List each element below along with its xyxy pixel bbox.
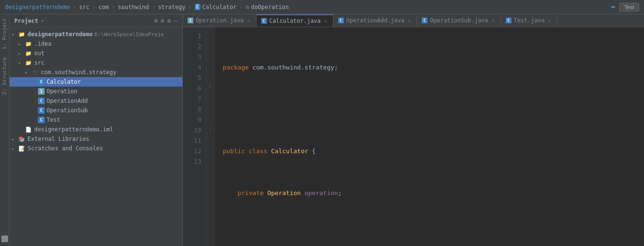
title-bar-actions: ⬅ Test bbox=[611, 2, 639, 11]
iml-icon: 📄 bbox=[25, 126, 32, 133]
tab-close-test[interactable]: ✕ bbox=[547, 18, 552, 24]
code-editor[interactable]: 1 2 3 4 5 6 7 8 9 10 11 12 13 bbox=[183, 27, 644, 246]
title-bar: designerpatterndemo › src › com › southw… bbox=[0, 0, 644, 14]
tree-label-root: designerpatterndemo bbox=[28, 31, 93, 38]
tab-label-operationadd: OperationAdd.java bbox=[346, 17, 405, 24]
tab-icon-operation: I bbox=[188, 18, 193, 23]
package-icon: ⬚ bbox=[31, 69, 39, 76]
tree-item-test[interactable]: C Test bbox=[9, 115, 182, 125]
gutter-2 bbox=[207, 38, 215, 48]
line-num-11: 11 bbox=[183, 136, 206, 146]
line-num-9: 9 bbox=[183, 115, 206, 125]
tree-item-scratches[interactable]: ▸ 📝 Scratches and Consoles bbox=[9, 144, 182, 153]
side-tab-project[interactable]: 1: Project bbox=[0, 14, 9, 53]
tab-icon-operationadd: C bbox=[338, 18, 344, 23]
tree-item-out[interactable]: ▸ 📁 out bbox=[9, 49, 182, 58]
gutter-11 bbox=[207, 132, 215, 142]
code-line-1: package com.southwind.strategy; bbox=[223, 62, 644, 73]
tab-test-java[interactable]: C Test.java ✕ bbox=[501, 15, 558, 26]
breadcrumb-method[interactable]: doOperation bbox=[251, 4, 288, 10]
tree-gear-icon[interactable]: ⚙ bbox=[167, 17, 171, 24]
tab-close-operationsub[interactable]: ✕ bbox=[491, 18, 496, 24]
tree-item-operationadd[interactable]: C OperationAdd bbox=[9, 96, 182, 106]
java-c-icon-operationadd: C bbox=[38, 98, 45, 104]
breadcrumb-strategy[interactable]: strategy bbox=[158, 4, 186, 10]
ext-lib-icon: 📚 bbox=[18, 135, 26, 143]
side-tab-structure[interactable]: Z: Structure bbox=[0, 53, 9, 98]
tree-arrow-scratches: ▸ bbox=[11, 146, 18, 151]
fold-indicator-6[interactable]: ⌄ bbox=[207, 79, 214, 90]
tab-close-operation[interactable]: ✕ bbox=[246, 18, 251, 24]
tree-arrow-root: ▾ bbox=[11, 32, 18, 37]
code-gutter: ⌄ ⌄ bbox=[207, 27, 215, 246]
java-i-icon-operation: I bbox=[38, 88, 45, 95]
folder-icon-root: 📁 bbox=[18, 30, 26, 38]
code-line-5 bbox=[223, 230, 644, 240]
code-line-2 bbox=[223, 104, 644, 115]
scratches-icon: 📝 bbox=[18, 145, 26, 152]
tree-item-operation[interactable]: I Operation bbox=[9, 87, 182, 96]
gutter-13 bbox=[207, 153, 215, 163]
breadcrumb-method-icon: m bbox=[246, 4, 249, 10]
java-c-icon-calculator: C bbox=[38, 79, 45, 85]
tree-item-idea[interactable]: ▸ 📁 .idea bbox=[9, 39, 182, 49]
tab-label-calculator: Calculator.java bbox=[269, 18, 321, 24]
tab-label-operationsub: OperationSub.java bbox=[430, 17, 488, 24]
code-line-3: public class Calculator { bbox=[223, 146, 644, 157]
tree-item-iml[interactable]: 📄 designerpatterndemo.iml bbox=[9, 125, 182, 134]
tree-item-operationsub[interactable]: C OperationSub bbox=[9, 106, 182, 115]
tree-label-test: Test bbox=[47, 117, 60, 123]
tab-operationadd-java[interactable]: C OperationAdd.java ✕ bbox=[333, 15, 417, 26]
folder-icon-src: 📁 bbox=[25, 59, 32, 67]
gutter-3 bbox=[207, 48, 215, 59]
tree-item-pkg[interactable]: ▾ ⬚ com.southwind.strategy bbox=[9, 68, 182, 77]
tree-item-extlibs[interactable]: ▸ 📚 External Libraries bbox=[9, 134, 182, 144]
tab-operationsub-java[interactable]: C OperationSub.java ✕ bbox=[417, 15, 501, 26]
tab-icon-test: C bbox=[506, 18, 511, 23]
file-tree-header: Project ▾ ⊕ ≡ ⚙ — bbox=[9, 14, 182, 28]
tab-close-calculator[interactable]: ✕ bbox=[323, 18, 328, 24]
java-c-icon-test: C bbox=[38, 117, 45, 123]
editor-area: I Operation.java ✕ C Calculator.java ✕ C… bbox=[183, 14, 644, 246]
line-num-8: 8 bbox=[183, 104, 206, 115]
tree-label-iml: designerpatterndemo.iml bbox=[34, 126, 113, 133]
code-line-4: private Operation operation; bbox=[223, 188, 644, 198]
tree-item-calculator[interactable]: C Calculator bbox=[9, 77, 182, 87]
tab-operation-java[interactable]: I Operation.java ✕ bbox=[183, 15, 256, 26]
fold-indicator-10[interactable]: ⌄ bbox=[207, 121, 214, 132]
tree-sync-icon[interactable]: ⊕ bbox=[154, 17, 158, 24]
tab-close-operationadd[interactable]: ✕ bbox=[407, 18, 412, 24]
project-dropdown-icon[interactable]: ▾ bbox=[41, 18, 44, 23]
gutter-12 bbox=[207, 142, 215, 153]
breadcrumb-southwind[interactable]: southwind bbox=[118, 4, 149, 10]
tree-arrow-pkg: ▾ bbox=[25, 70, 31, 75]
code-content[interactable]: package com.southwind.strategy; public c… bbox=[215, 27, 644, 246]
breadcrumb-calculator[interactable]: Calculator bbox=[202, 4, 237, 10]
line-num-12: 12 bbox=[183, 146, 206, 157]
tabs-bar: I Operation.java ✕ C Calculator.java ✕ C… bbox=[183, 14, 644, 27]
tree-content: ▾ 📁 designerpatterndemo D:\WorkSpace\Ide… bbox=[9, 28, 182, 246]
tree-arrow-out: ▸ bbox=[18, 51, 25, 56]
navigate-back-icon[interactable]: ⬅ bbox=[611, 2, 616, 11]
tree-label-idea: .idea bbox=[34, 40, 51, 47]
gutter-8 bbox=[207, 100, 215, 111]
tree-label-scratches: Scratches and Consoles bbox=[28, 145, 103, 152]
main-layout: 1: Project Z: Structure Project ▾ ⊕ ≡ ⚙ … bbox=[0, 14, 644, 246]
tree-header-icons: ⊕ ≡ ⚙ — bbox=[154, 17, 178, 24]
line-num-6: 6 bbox=[183, 83, 206, 94]
tree-item-root[interactable]: ▾ 📁 designerpatterndemo D:\WorkSpace\Ide… bbox=[9, 30, 182, 39]
tree-settings-icon[interactable]: ≡ bbox=[161, 17, 165, 24]
tree-minimize-icon[interactable]: — bbox=[174, 17, 178, 24]
tree-label-operationsub: OperationSub bbox=[47, 107, 88, 114]
file-tree-title: Project bbox=[14, 18, 38, 24]
breadcrumb-project[interactable]: designerpatterndemo bbox=[5, 4, 70, 10]
test-button[interactable]: Test bbox=[619, 3, 639, 11]
breadcrumb-src[interactable]: src bbox=[79, 4, 90, 10]
tree-path-root: D:\WorkSpace\IdeaProje bbox=[95, 31, 164, 38]
breadcrumb-com[interactable]: com bbox=[98, 4, 109, 10]
tab-label-test: Test.java bbox=[514, 17, 545, 24]
tree-item-src[interactable]: ▾ 📁 src bbox=[9, 58, 182, 68]
tab-calculator-java[interactable]: C Calculator.java ✕ bbox=[256, 14, 333, 27]
side-tab-extra[interactable] bbox=[1, 236, 8, 242]
folder-icon-out: 📁 bbox=[25, 49, 32, 57]
